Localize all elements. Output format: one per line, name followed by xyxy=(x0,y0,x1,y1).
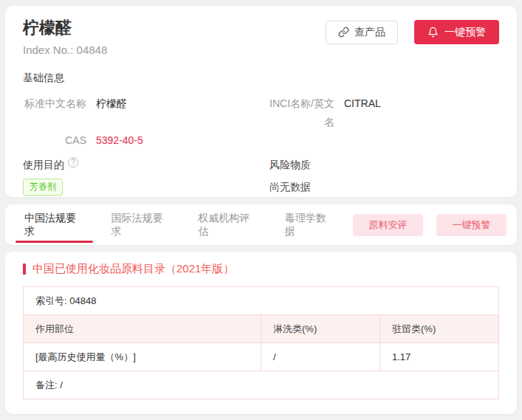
tab-label: 毒理学数据 xyxy=(285,212,334,238)
link-icon xyxy=(338,27,349,38)
index-number: Index No.: 04848 xyxy=(23,44,326,56)
tabs: 中国法规要求 国际法规要求 权威机构评估 毒理学数据 xyxy=(16,204,353,245)
cas-number-link[interactable]: 5392-40-5 xyxy=(96,131,143,150)
section-marker-bar xyxy=(23,264,26,275)
bell-icon xyxy=(427,27,439,38)
column-header-rinse-off: 淋洗类(%) xyxy=(261,315,380,343)
check-products-button[interactable]: 查产品 xyxy=(326,21,398,44)
check-products-label: 查产品 xyxy=(354,26,385,39)
index-number-row: 索引号: 04848 xyxy=(24,287,499,315)
column-header-leave-on: 驻留类(%) xyxy=(380,315,499,343)
column-header-application-site: 作用部位 xyxy=(24,315,261,343)
risk-substance-label: 风险物质 xyxy=(269,157,311,172)
purpose-tag-fragrance: 芳香剂 xyxy=(23,179,63,196)
page-title: 柠檬醛 xyxy=(23,18,326,38)
standard-chinese-name-value: 柠檬醛 xyxy=(96,94,127,131)
tab-international-regulations[interactable]: 国际法规要求 xyxy=(103,204,180,245)
one-key-alert-pink-button[interactable]: 一键预警 xyxy=(436,214,506,236)
remark-row: 备注: / xyxy=(24,371,499,399)
tab-label: 权威机构评估 xyxy=(198,212,258,238)
regulation-tabs-bar: 中国法规要求 国际法规要求 权威机构评估 毒理学数据 原料安评 一键预警 xyxy=(5,204,517,245)
cas-label: CAS xyxy=(23,131,86,150)
basic-info-heading: 基础信息 xyxy=(23,72,499,85)
raw-material-safety-review-button[interactable]: 原料安评 xyxy=(353,214,423,236)
leave-on-value-cell: 1.17 xyxy=(380,343,499,371)
ingredient-overview-card: 柠檬醛 Index No.: 04848 查产品 xyxy=(5,6,517,197)
one-key-alert-label: 一键预警 xyxy=(444,26,486,39)
tab-toxicology-data[interactable]: 毒理学数据 xyxy=(276,204,343,245)
catalog-table: 索引号: 04848 作用部位 淋洗类(%) 驻留类(%) [最高历史使用量（%… xyxy=(23,286,499,399)
tab-china-regulations[interactable]: 中国法规要求 xyxy=(16,204,93,245)
help-circle-icon[interactable]: ? xyxy=(68,157,78,168)
table-header-row: 作用部位 淋洗类(%) 驻留类(%) xyxy=(24,315,499,343)
china-catalog-card: 中国已使用化妆品原料目录（2021年版） 索引号: 04848 作用部位 淋洗类… xyxy=(5,252,517,414)
tab-authority-evaluation[interactable]: 权威机构评估 xyxy=(189,204,267,245)
table-row: [最高历史使用量（%）] / 1.17 xyxy=(24,343,499,371)
catalog-section-title: 中国已使用化妆品原料目录（2021年版） xyxy=(32,262,234,276)
tab-label: 国际法规要求 xyxy=(111,212,171,238)
rinse-off-value-cell: / xyxy=(261,343,380,371)
active-tab-underline xyxy=(16,241,93,243)
risk-substance-value: 尚无数据 xyxy=(269,181,311,194)
standard-chinese-name-label: 标准中文名称 xyxy=(23,94,86,131)
inci-name-value: CITRAL xyxy=(344,94,381,131)
usage-purpose-label: 使用目的 xyxy=(23,157,64,172)
tab-label: 中国法规要求 xyxy=(24,212,84,238)
max-historical-usage-cell: [最高历史使用量（%）] xyxy=(24,343,261,371)
inci-name-label: INCI名称/英文名 xyxy=(269,94,334,131)
one-key-alert-button[interactable]: 一键预警 xyxy=(414,20,499,44)
index-number-cell: 索引号: 04848 xyxy=(24,287,499,315)
remark-cell: 备注: / xyxy=(24,371,499,399)
